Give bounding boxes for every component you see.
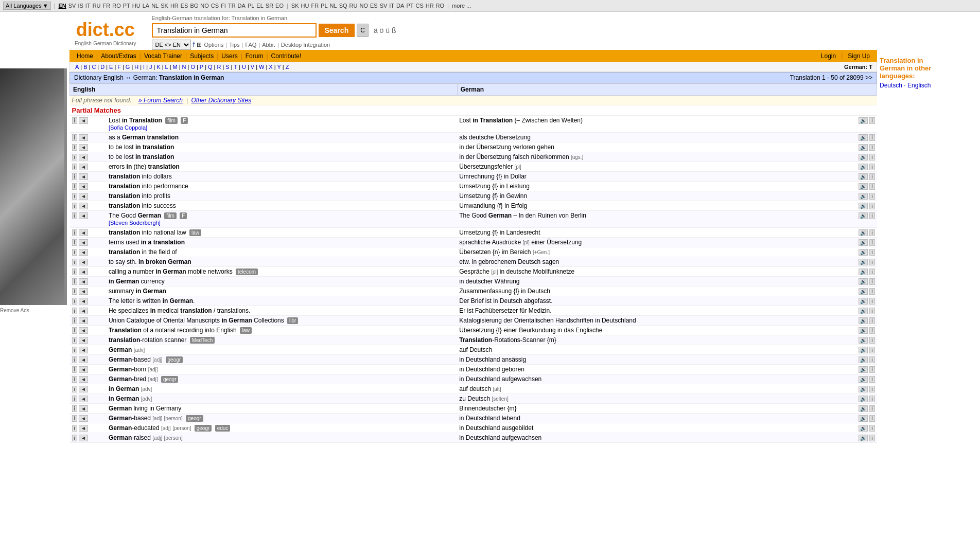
lang-it[interactable]: IT [85,3,91,9]
info-button[interactable]: i [72,229,77,236]
edit-button[interactable]: ◄ [79,366,88,373]
lang-hu[interactable]: HU [132,3,141,9]
info-button-de[interactable]: i [869,405,874,412]
alpha-n[interactable]: N [181,64,187,70]
audio-button[interactable]: 🔊 [859,144,868,151]
alpha-s[interactable]: S [224,64,230,70]
alpha-d[interactable]: D [99,64,106,70]
lang-cs2[interactable]: CS [415,3,423,9]
lang-fr[interactable]: FR [103,3,111,9]
audio-button[interactable]: 🔊 [859,154,868,160]
lang-pl2[interactable]: PL [321,3,327,9]
login-link[interactable]: Login [818,51,839,61]
edit-button[interactable]: ◄ [79,405,88,412]
lang-ro[interactable]: RO [112,3,121,9]
audio-button[interactable]: 🔊 [859,317,868,324]
edit-button[interactable]: ◄ [79,415,88,422]
audio-button[interactable]: 🔊 [859,415,868,422]
audio-button[interactable]: 🔊 [859,183,868,190]
lang-bg[interactable]: BG [190,3,198,9]
info-button-de[interactable]: i [869,317,874,324]
info-button[interactable]: i [72,425,77,432]
info-button[interactable]: i [72,415,77,422]
lang-sv[interactable]: SV [68,3,76,9]
info-button[interactable]: i [72,117,77,124]
edit-button[interactable]: ◄ [79,164,88,170]
nav-home[interactable]: Home [74,51,96,61]
edit-button[interactable]: ◄ [79,386,88,392]
audio-button[interactable]: 🔊 [859,239,868,246]
info-button[interactable]: i [72,278,77,285]
lang-cs[interactable]: CS [211,3,219,9]
audio-button[interactable]: 🔊 [859,356,868,363]
options-link[interactable]: Options [204,42,223,48]
lang-sk[interactable]: SK [161,3,168,9]
edit-button[interactable]: ◄ [79,288,88,295]
alpha-b[interactable]: B [82,64,88,70]
info-button[interactable]: i [72,183,77,190]
tips-link[interactable]: Tips [229,42,239,48]
info-button[interactable]: i [72,154,77,160]
alpha-f[interactable]: F [116,64,122,70]
edit-button[interactable]: ◄ [79,298,88,305]
alpha-z[interactable]: Z [285,64,290,70]
lang-ru[interactable]: RU [93,3,101,9]
info-button[interactable]: i [72,317,77,324]
alpha-m[interactable]: M [172,64,179,70]
edit-button[interactable]: ◄ [79,249,88,256]
audio-button[interactable]: 🔊 [859,327,868,334]
site-logo[interactable]: dict.cc English-German Dictionary [75,19,136,46]
info-button[interactable]: i [72,164,77,170]
info-button[interactable]: i [72,249,77,256]
info-button[interactable]: i [72,144,77,151]
edit-button[interactable]: ◄ [79,347,88,353]
info-button[interactable]: i [72,347,77,353]
edit-button[interactable]: ◄ [79,193,88,200]
audio-button[interactable]: 🔊 [859,366,868,373]
lang-is[interactable]: IS [78,3,83,9]
lang-eo[interactable]: EO [275,3,284,9]
alpha-w[interactable]: W [258,64,265,70]
info-button[interactable]: i [72,366,77,373]
audio-button[interactable]: 🔊 [859,288,868,295]
edit-button[interactable]: ◄ [79,154,88,160]
lang-fi[interactable]: FI [221,3,226,9]
audio-button[interactable]: 🔊 [859,268,868,275]
audio-button[interactable]: 🔊 [859,425,868,432]
info-button-de[interactable]: i [869,288,874,295]
alpha-i[interactable]: I [142,64,146,70]
info-button-de[interactable]: i [869,337,874,344]
lang-es[interactable]: ES [181,3,188,9]
lang-sq[interactable]: SQ [339,3,347,9]
alpha-a[interactable]: A [74,64,80,70]
info-button-de[interactable]: i [869,259,874,265]
alpha-j[interactable]: J [148,64,153,70]
edit-button[interactable]: ◄ [79,396,88,402]
lang-hu2[interactable]: HU [301,3,309,9]
alpha-t[interactable]: T [233,64,238,70]
lang-no2[interactable]: NO [359,3,368,9]
info-button-de[interactable]: i [869,415,874,422]
lang-da2[interactable]: DA [396,3,404,9]
alpha-x[interactable]: X [268,64,273,70]
audio-button[interactable]: 🔊 [859,396,868,402]
nav-subjects[interactable]: Subjects [187,51,217,61]
lang-fr2[interactable]: FR [311,3,319,9]
edit-button[interactable]: ◄ [79,317,88,324]
edit-button[interactable]: ◄ [79,376,88,383]
audio-button[interactable]: 🔊 [859,337,868,344]
info-button-de[interactable]: i [869,117,874,124]
info-button-de[interactable]: i [869,183,874,190]
info-button-de[interactable]: i [869,268,874,275]
info-button-de[interactable]: i [869,193,874,200]
lang-hr[interactable]: HR [170,3,179,9]
info-button-de[interactable]: i [869,308,874,314]
info-button-de[interactable]: i [869,164,874,170]
audio-button[interactable]: 🔊 [859,308,868,314]
audio-button[interactable]: 🔊 [859,212,868,219]
info-button-de[interactable]: i [869,347,874,353]
edit-button[interactable]: ◄ [79,435,88,441]
lang-la[interactable]: LA [143,3,149,9]
all-languages-dropdown[interactable]: All Languages ▼ [3,2,51,10]
audio-button[interactable]: 🔊 [859,435,868,441]
